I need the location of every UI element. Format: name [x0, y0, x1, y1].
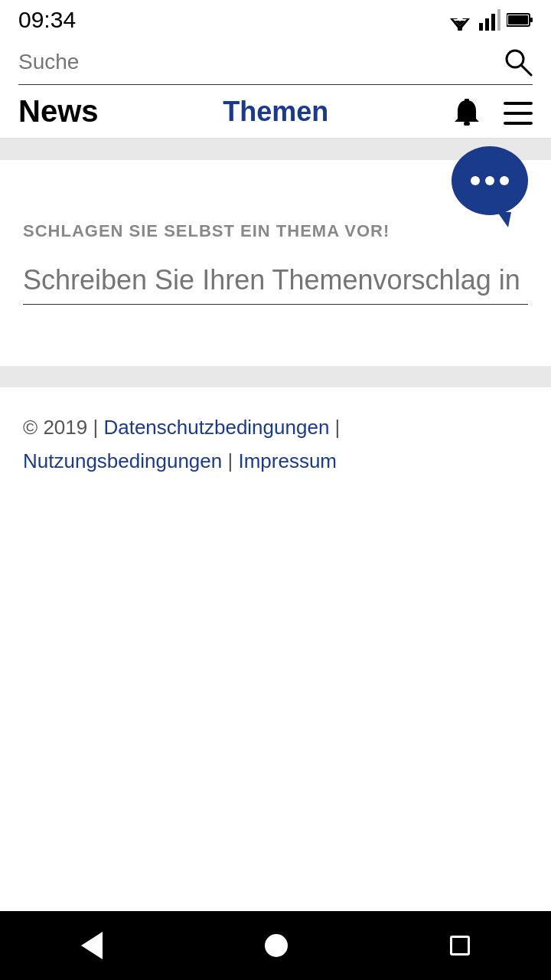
back-icon [81, 932, 103, 959]
nav-news-label[interactable]: News [18, 94, 99, 129]
battery-icon [507, 12, 533, 28]
search-bar[interactable] [18, 40, 533, 85]
dot-2 [485, 176, 494, 185]
dot-3 [500, 176, 509, 185]
nav-themen-label[interactable]: Themen [223, 96, 328, 128]
home-icon [265, 934, 288, 957]
home-button[interactable] [265, 934, 288, 957]
chat-bubble-button[interactable] [452, 146, 528, 215]
datenschutz-link[interactable]: Datenschutzbedingungen [103, 416, 329, 439]
menu-button[interactable] [504, 96, 533, 128]
impressum-link[interactable]: Impressum [238, 449, 337, 472]
status-bar: 09:34 [0, 0, 551, 40]
chat-dots [471, 176, 509, 185]
svg-point-12 [507, 51, 523, 67]
search-button[interactable] [504, 47, 533, 77]
hamburger-icon [504, 102, 533, 125]
svg-rect-10 [530, 18, 533, 22]
main-content: SCHLAGEN SIE SELBST EIN THEMA VOR! [0, 160, 551, 335]
separator1: | [335, 416, 341, 439]
svg-rect-18 [504, 122, 533, 125]
bottom-separator [0, 366, 551, 387]
dot-1 [471, 176, 480, 185]
copyright-text: © 2019 | [23, 416, 98, 439]
svg-rect-11 [508, 15, 528, 24]
android-nav-bar [0, 911, 551, 980]
svg-rect-6 [485, 18, 489, 31]
search-icon [504, 47, 533, 77]
svg-rect-16 [504, 102, 533, 105]
theme-suggestion-input[interactable] [23, 256, 528, 305]
svg-rect-8 [497, 9, 500, 31]
search-input[interactable] [18, 50, 504, 74]
status-time: 09:34 [18, 7, 76, 33]
separator2: | [227, 449, 233, 472]
notification-bell-button[interactable] [453, 95, 481, 127]
footer: © 2019 | Datenschutzbedingungen | Nutzun… [0, 387, 551, 493]
signal-icon [479, 9, 500, 31]
svg-rect-5 [479, 23, 483, 31]
wifi-icon [447, 9, 473, 31]
svg-rect-17 [504, 112, 533, 115]
bell-icon [453, 99, 481, 128]
status-icons [447, 9, 533, 31]
back-button[interactable] [81, 932, 103, 959]
recent-apps-button[interactable] [450, 936, 470, 956]
svg-line-13 [522, 66, 531, 75]
suggest-label: SCHLAGEN SIE SELBST EIN THEMA VOR! [23, 221, 528, 241]
nav-bar: News Themen [0, 85, 551, 139]
recent-icon [450, 936, 470, 956]
svg-rect-14 [464, 122, 470, 126]
svg-rect-7 [491, 14, 495, 31]
nutzung-link[interactable]: Nutzungsbedingungen [23, 449, 222, 472]
